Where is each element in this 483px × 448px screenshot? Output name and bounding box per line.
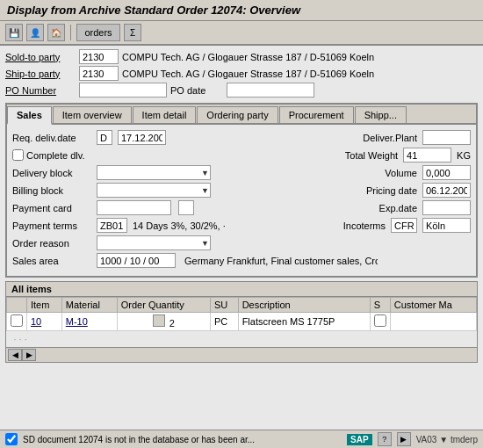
- col-material: Material: [61, 298, 117, 313]
- items-section: All items Item Material Order Quantity S…: [5, 281, 478, 363]
- scroll-dots: · · ·: [14, 334, 27, 344]
- po-number-input[interactable]: [79, 83, 167, 98]
- orders-button[interactable]: orders: [76, 24, 120, 41]
- po-date-input[interactable]: [227, 83, 314, 98]
- tab-procurement[interactable]: Procurement: [279, 106, 354, 123]
- volume-input[interactable]: [422, 165, 471, 180]
- pricing-date-input[interactable]: [422, 183, 471, 198]
- sales-area-desc: Germany Frankfurt, Final customer sales,…: [184, 256, 378, 266]
- tab-item-overview[interactable]: Item overview: [53, 106, 132, 123]
- person-icon[interactable]: 👤: [26, 24, 44, 41]
- total-weight-input[interactable]: [403, 148, 451, 163]
- nav-right-arrow[interactable]: ▶: [22, 349, 36, 361]
- row-su: PC: [210, 313, 238, 331]
- ship-to-input[interactable]: [79, 66, 119, 81]
- col-s: S: [370, 298, 390, 313]
- payment-card-input2[interactable]: [178, 200, 194, 215]
- row-customer-ma: [390, 313, 476, 331]
- ship-to-address: COMPU Tech. AG / Glogauer Strasse 187 / …: [122, 69, 374, 79]
- delivery-block-label: Delivery block: [12, 168, 91, 178]
- status-bar: SD document 12074 is not in the database…: [0, 430, 483, 448]
- row-description: Flatscreen MS 1775P: [238, 313, 370, 331]
- system-info: VA03 ▼ tmderp: [416, 435, 478, 444]
- material-link[interactable]: M-10: [66, 316, 88, 327]
- incoterms-label: Incoterms: [333, 220, 386, 231]
- save-icon[interactable]: 💾: [5, 24, 23, 41]
- nav-arrows: ◀ ▶: [6, 347, 477, 362]
- col-item: Item: [27, 298, 62, 313]
- title-bar: Display from Archive Standard Order 1207…: [0, 0, 483, 21]
- exp-date-input[interactable]: [422, 200, 471, 215]
- item-link[interactable]: 10: [31, 316, 41, 327]
- row-select-checkbox[interactable]: [11, 314, 23, 327]
- total-weight-label: Total Weight: [328, 150, 398, 161]
- tabs-container: Sales Item overview Item detail Ordering…: [5, 103, 478, 278]
- incoterms-code[interactable]: [391, 218, 417, 233]
- exp-date-label: Exp.date: [364, 203, 417, 213]
- sold-to-label: Sold-to party: [5, 52, 76, 62]
- payment-terms-label: Payment terms: [12, 220, 91, 231]
- ship-to-label: Ship-to party: [5, 69, 76, 79]
- complete-dlv-checkbox-label[interactable]: Complete dlv.: [12, 149, 91, 161]
- sap-logo: SAP: [347, 434, 372, 445]
- deliver-plant-label: Deliver.Plant: [347, 133, 417, 143]
- items-header: All items: [6, 282, 477, 297]
- delivery-block-dropdown[interactable]: ▼: [97, 165, 211, 180]
- order-qty-icon: [153, 314, 165, 327]
- req-deliv-label: Req. deliv.date: [12, 133, 91, 143]
- row-s[interactable]: [370, 313, 390, 331]
- col-su: SU: [210, 298, 238, 313]
- payment-card-input[interactable]: [97, 200, 171, 215]
- complete-dlv-checkbox[interactable]: [12, 149, 24, 161]
- tab-sales[interactable]: Sales: [7, 106, 52, 125]
- status-text: SD document 12074 is not in the database…: [23, 435, 342, 444]
- req-deliv-date[interactable]: [118, 130, 166, 145]
- po-date-label: PO date: [170, 85, 223, 96]
- sales-area-code[interactable]: [97, 253, 176, 268]
- payment-card-label: Payment card: [12, 203, 91, 213]
- row-s-checkbox[interactable]: [374, 314, 386, 327]
- deliver-plant-input[interactable]: [422, 130, 471, 145]
- table-row: 10 M-10 2 PC Flatscreen MS 1775P: [7, 313, 477, 331]
- items-table: Item Material Order Quantity SU Descript…: [6, 297, 477, 347]
- row-checkbox-cell[interactable]: [7, 313, 27, 331]
- pricing-date-label: Pricing date: [356, 185, 417, 196]
- payment-terms-code[interactable]: [97, 218, 127, 233]
- col-customer-ma: Customer Ma: [390, 298, 476, 313]
- status-icon-help[interactable]: ?: [378, 432, 392, 446]
- home-icon[interactable]: 🏠: [47, 24, 65, 41]
- tab-shipping[interactable]: Shipp...: [355, 106, 407, 123]
- status-icon-nav[interactable]: ▶: [397, 432, 411, 446]
- complete-dlv-label: Complete dlv.: [26, 150, 84, 161]
- sold-to-input[interactable]: [79, 49, 119, 64]
- row-order-qty: 2: [117, 313, 210, 331]
- volume-label: Volume: [373, 168, 417, 178]
- tab-item-detail[interactable]: Item detail: [133, 106, 197, 123]
- billing-block-label: Billing block: [12, 185, 91, 196]
- req-deliv-flag[interactable]: [97, 130, 112, 145]
- page-title: Display from Archive Standard Order 1207…: [7, 4, 300, 17]
- row-material: M-10: [61, 313, 117, 331]
- row-item: 10: [27, 313, 62, 331]
- payment-terms-desc: 14 Days 3%, 30/2%, ·: [133, 220, 226, 231]
- sales-area-label: Sales area: [12, 256, 91, 266]
- incoterms-value[interactable]: [422, 218, 471, 233]
- col-checkbox: [7, 298, 27, 313]
- col-order-qty: Order Quantity: [117, 298, 210, 313]
- sold-to-address: COMPU Tech. AG / Glogauer Strasse 187 / …: [122, 52, 374, 62]
- order-reason-label: Order reason: [12, 238, 91, 249]
- total-weight-unit: KG: [457, 150, 471, 161]
- col-description: Description: [238, 298, 370, 313]
- nav-left-arrow[interactable]: ◀: [8, 349, 22, 361]
- sigma-icon[interactable]: Σ: [124, 24, 141, 41]
- status-checkbox[interactable]: [5, 433, 18, 445]
- tab-ordering-party[interactable]: Ordering party: [197, 106, 278, 123]
- toolbar: 💾 👤 🏠 orders Σ: [0, 21, 483, 46]
- order-reason-dropdown[interactable]: ▼: [97, 235, 211, 250]
- table-row-empty: · · ·: [7, 331, 477, 348]
- billing-block-dropdown[interactable]: ▼: [97, 183, 211, 198]
- po-number-label: PO Number: [5, 85, 76, 96]
